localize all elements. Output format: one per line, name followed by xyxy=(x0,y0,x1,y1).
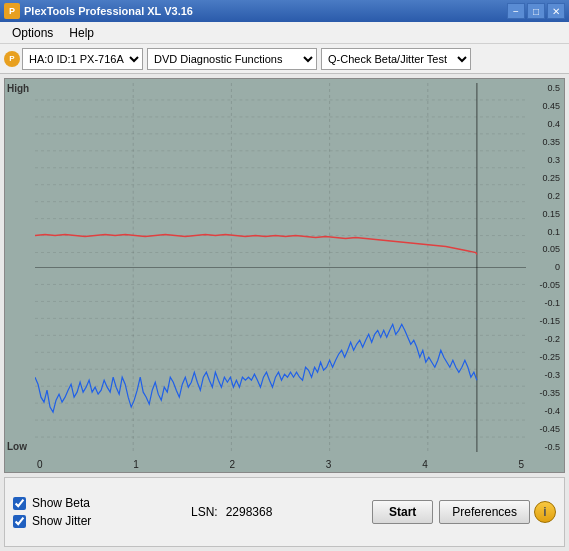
show-beta-row: Show Beta xyxy=(13,496,91,510)
show-beta-checkbox[interactable] xyxy=(13,497,26,510)
function-dropdown[interactable]: DVD Diagnostic Functions xyxy=(147,48,317,70)
show-jitter-label: Show Jitter xyxy=(32,514,91,528)
title-bar: P PlexTools Professional XL V3.16 − □ ✕ xyxy=(0,0,569,22)
lsn-label: LSN: xyxy=(191,505,218,519)
app-title: PlexTools Professional XL V3.16 xyxy=(24,5,193,17)
checkboxes: Show Beta Show Jitter xyxy=(13,496,91,528)
toolbar: P HA:0 ID:1 PX-716A DVD Diagnostic Funct… xyxy=(0,44,569,74)
right-buttons: Start Preferences i xyxy=(372,500,556,524)
chart-container: High Low xyxy=(4,78,565,473)
title-bar-left: P PlexTools Professional XL V3.16 xyxy=(4,3,193,19)
test-dropdown[interactable]: Q-Check Beta/Jitter Test xyxy=(321,48,471,70)
lsn-value: 2298368 xyxy=(226,505,273,519)
chart-high-label: High xyxy=(7,83,29,94)
show-jitter-checkbox[interactable] xyxy=(13,515,26,528)
bottom-panel: Show Beta Show Jitter LSN: 2298368 Start… xyxy=(4,477,565,547)
device-icon: P xyxy=(4,51,20,67)
menu-options[interactable]: Options xyxy=(4,24,61,42)
preferences-button[interactable]: Preferences xyxy=(439,500,530,524)
lsn-area: LSN: 2298368 xyxy=(191,505,272,519)
menu-bar: Options Help xyxy=(0,22,569,44)
show-jitter-row: Show Jitter xyxy=(13,514,91,528)
start-button[interactable]: Start xyxy=(372,500,433,524)
close-button[interactable]: ✕ xyxy=(547,3,565,19)
device-dropdown[interactable]: HA:0 ID:1 PX-716A xyxy=(22,48,143,70)
chart-low-label: Low xyxy=(7,441,27,452)
maximize-button[interactable]: □ xyxy=(527,3,545,19)
info-button[interactable]: i xyxy=(534,501,556,523)
device-selector: P HA:0 ID:1 PX-716A xyxy=(4,48,143,70)
show-beta-label: Show Beta xyxy=(32,496,90,510)
bottom-axis: 0 1 2 3 4 5 xyxy=(35,459,526,470)
minimize-button[interactable]: − xyxy=(507,3,525,19)
menu-help[interactable]: Help xyxy=(61,24,102,42)
main-content: High Low xyxy=(0,74,569,551)
window-controls: − □ ✕ xyxy=(507,3,565,19)
chart-svg xyxy=(35,83,526,452)
app-icon: P xyxy=(4,3,20,19)
right-axis: 0.5 0.45 0.4 0.35 0.3 0.25 0.2 0.15 0.1 … xyxy=(526,83,562,452)
